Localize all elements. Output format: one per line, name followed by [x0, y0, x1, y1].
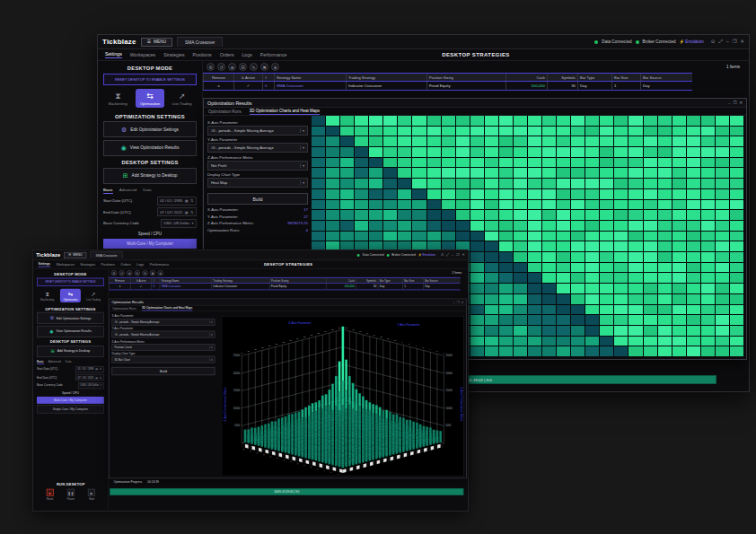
heatmap-cell[interactable]	[514, 116, 527, 126]
heatmap-cell[interactable]	[644, 200, 657, 210]
heatmap-cell[interactable]	[600, 210, 613, 220]
heatmap-cell[interactable]	[340, 210, 354, 220]
heatmap-cell[interactable]	[398, 116, 411, 126]
heatmap-cell[interactable]	[687, 263, 700, 273]
heatmap-cell[interactable]	[427, 158, 441, 168]
heatmap-cell[interactable]	[499, 200, 513, 210]
heatmap-cell[interactable]	[600, 263, 613, 273]
heatmap-cell[interactable]	[528, 252, 541, 262]
heatmap-cell[interactable]	[629, 252, 642, 262]
heatmap-cell[interactable]	[412, 221, 426, 231]
document-tab[interactable]: SMA Crossover	[177, 37, 223, 47]
heatmap-cell[interactable]	[427, 200, 441, 210]
heatmap-cell[interactable]	[514, 284, 527, 293]
heatmap-cell[interactable]	[701, 189, 715, 199]
heatmap-cell[interactable]	[456, 189, 470, 199]
mode-live-trading[interactable]: ➚Live Trading	[83, 289, 103, 302]
heatmap-cell[interactable]	[730, 200, 743, 210]
subtab-advanced[interactable]: Advanced	[48, 360, 61, 364]
heatmap-cell[interactable]	[542, 337, 556, 346]
heatmap-cell[interactable]	[412, 179, 426, 188]
heatmap-cell[interactable]	[730, 189, 743, 199]
remove-x-icon[interactable]: x	[203, 82, 233, 90]
heatmap-cell[interactable]	[442, 158, 455, 168]
heatmap-cell[interactable]	[585, 116, 599, 126]
heatmap-cell[interactable]	[355, 200, 368, 210]
heatmap-cell[interactable]	[514, 305, 527, 315]
heatmap-cell[interactable]	[485, 294, 498, 304]
reset-desktop-button[interactable]: RESET DESKTOP TO ENABLE SETTINGS	[37, 277, 104, 285]
heatmap-cell[interactable]	[557, 346, 570, 356]
heatmap-cell[interactable]	[369, 136, 382, 146]
heatmap-cell[interactable]	[701, 273, 715, 283]
maximize-icon[interactable]: ❐	[733, 101, 736, 105]
heatmap-cell[interactable]	[585, 168, 599, 178]
heatmap-cell[interactable]	[383, 116, 397, 126]
mode-live-trading[interactable]: ➚Live Trading	[167, 89, 197, 108]
y-axis-select[interactable]: #0 - periods - Simple Moving Average▾	[111, 331, 215, 338]
refresh-icon[interactable]: ↺	[217, 63, 225, 71]
heatmap-cell[interactable]	[528, 147, 541, 157]
heatmap-cell[interactable]	[658, 127, 672, 136]
close-icon[interactable]: ✕	[462, 253, 464, 258]
heatmap-cell[interactable]	[600, 337, 613, 346]
heatmap-cell[interactable]	[644, 158, 657, 168]
heatmap-cell[interactable]	[658, 294, 672, 304]
heatmap-cell[interactable]	[672, 210, 686, 220]
multi-core-button[interactable]: Multi-Core / My Computer	[37, 397, 104, 404]
heatmap-cell[interactable]	[369, 232, 382, 241]
heatmap-cell[interactable]	[528, 263, 541, 273]
heatmap-cell[interactable]	[355, 136, 368, 146]
heatmap-cell[interactable]	[470, 179, 484, 188]
heatmap-cell[interactable]	[614, 273, 628, 283]
heatmap-cell[interactable]	[427, 189, 441, 199]
heatmap-cell[interactable]	[542, 158, 556, 168]
heatmap-cell[interactable]	[456, 116, 470, 126]
heatmap-cell[interactable]	[672, 127, 686, 136]
spinner-icon[interactable]: ⇅	[190, 198, 193, 203]
heatmap-cell[interactable]	[542, 168, 556, 178]
build-button[interactable]: Build	[207, 193, 308, 205]
heatmap-cell[interactable]	[514, 337, 527, 346]
heatmap-cell[interactable]	[701, 305, 715, 315]
heatmap-cell[interactable]	[312, 221, 325, 231]
heatmap-cell[interactable]	[398, 221, 411, 231]
heatmap-cell[interactable]	[658, 284, 672, 293]
tab-3d-charts[interactable]: 3D Optimization Charts and Heat Maps	[142, 306, 192, 311]
heatmap-cell[interactable]	[542, 346, 556, 356]
table-row[interactable]: x ✓ 0 SMA Crossover Indicator Crossover …	[203, 82, 692, 91]
heatmap-cell[interactable]	[557, 200, 570, 210]
heatmap-cell[interactable]	[557, 284, 570, 293]
heatmap-cell[interactable]	[499, 210, 513, 220]
heatmap-cell[interactable]	[672, 136, 686, 146]
heatmap-cell[interactable]	[312, 136, 325, 146]
heatmap-cell[interactable]	[442, 168, 455, 178]
heatmap-cell[interactable]	[470, 136, 484, 146]
heatmap-cell[interactable]	[571, 315, 585, 325]
heatmap-cell[interactable]	[701, 252, 715, 262]
end-date-field[interactable]: 07 / 03 / 2021▦⇅	[157, 207, 197, 216]
heatmap-cell[interactable]	[326, 168, 339, 178]
heatmap-cell[interactable]	[730, 241, 743, 251]
heatmap-cell[interactable]	[456, 168, 470, 178]
heatmap-cell[interactable]	[614, 147, 628, 157]
heatmap-cell[interactable]	[542, 210, 556, 220]
heatmap-cell[interactable]	[600, 221, 613, 231]
heatmap-cell[interactable]	[585, 179, 599, 188]
heatmap-cell[interactable]	[355, 147, 368, 157]
heatmap-cell[interactable]	[600, 189, 613, 199]
heatmap-cell[interactable]	[485, 273, 498, 283]
heatmap-cell[interactable]	[614, 232, 628, 241]
heatmap-cell[interactable]	[687, 273, 700, 283]
chart-type-select[interactable]: 3D Bar Chart▾	[111, 356, 215, 363]
x-axis-select[interactable]: #0 - periods - Simple Moving Average▾	[111, 319, 215, 326]
heatmap-cell[interactable]	[412, 116, 426, 126]
heatmap-cell[interactable]	[687, 346, 700, 356]
heatmap-cell[interactable]	[312, 158, 325, 168]
heatmap-cell[interactable]	[585, 200, 599, 210]
heatmap-cell[interactable]	[514, 252, 527, 262]
heatmap-cell[interactable]	[730, 273, 743, 283]
heatmap-cell[interactable]	[687, 200, 700, 210]
heatmap-cell[interactable]	[398, 127, 411, 136]
heatmap-cell[interactable]	[701, 241, 715, 251]
